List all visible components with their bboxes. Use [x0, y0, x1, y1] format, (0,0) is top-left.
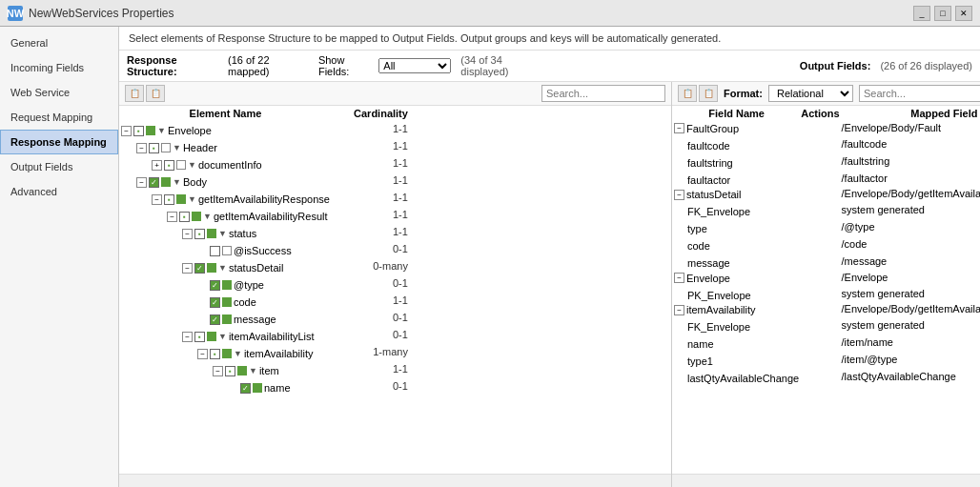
actions-cell	[801, 286, 839, 301]
table-row: name /item/name	[674, 335, 980, 350]
response-copy-icon-1[interactable]: 📋	[125, 85, 144, 102]
expand-icon[interactable]: −	[182, 229, 193, 239]
mapped-field-cell: system generated	[842, 202, 980, 217]
checkbox-code[interactable]	[210, 297, 220, 308]
expand-icon[interactable]: −	[674, 273, 684, 283]
checkbox-docinfo[interactable]: ▪	[164, 160, 174, 171]
expand-icon[interactable]: −	[121, 126, 132, 136]
checkbox-envelope[interactable]: ▪	[133, 126, 144, 136]
checkbox-result[interactable]: ▪	[179, 212, 190, 222]
node-label: ▼ getItemAvailabilityResult	[192, 211, 328, 222]
output-tree-scroll[interactable]: Field Name Actions Mapped Field −	[672, 106, 980, 474]
table-row: name 0-1	[121, 378, 408, 394]
output-header-right: Output Fields: (26 of 26 displayed)	[552, 60, 973, 71]
checkbox-header[interactable]: ▪	[149, 143, 159, 153]
checkbox-message[interactable]	[210, 315, 220, 325]
expand-icon[interactable]: −	[152, 194, 162, 205]
checkbox-item[interactable]: ▪	[225, 366, 235, 376]
checkbox-body[interactable]	[149, 177, 159, 188]
table-row: − ▪ ▼ itemAvailabilityList	[121, 327, 408, 342]
cardinality-cell: 0-many	[332, 258, 408, 274]
checkbox-status[interactable]: ▪	[194, 229, 205, 239]
mapping-header: Response Structure: (16 of 22 mapped) Sh…	[119, 51, 980, 82]
col-actions: Actions	[801, 108, 839, 119]
expand-icon[interactable]: −	[674, 190, 684, 200]
window-controls: _ □ ✕	[913, 6, 972, 21]
response-bottom-scroll[interactable]	[119, 474, 671, 487]
mapped-field-cell: /faultcode	[842, 136, 980, 152]
expand-icon[interactable]: −	[674, 305, 684, 315]
actions-cell	[801, 303, 839, 316]
cardinality-cell: 1-many	[332, 344, 408, 359]
cardinality-cell: 1-1	[332, 224, 408, 239]
output-copy-icon-2[interactable]: 📋	[699, 85, 718, 102]
nav-item-response-mapping[interactable]: Response Mapping	[0, 130, 118, 154]
expand-icon[interactable]: −	[213, 366, 223, 376]
col-field-name: Field Name	[674, 108, 799, 119]
nav-item-request-mapping[interactable]: Request Mapping	[0, 105, 118, 130]
expand-icon[interactable]: −	[197, 349, 208, 359]
output-copy-icon-1[interactable]: 📋	[678, 85, 697, 102]
response-search-input[interactable]	[541, 85, 665, 102]
output-panel-toolbar: 📋 📋 Format: Relational Hierarchical	[672, 82, 980, 106]
response-copy-icon-2[interactable]: 📋	[146, 85, 165, 102]
actions-cell	[801, 271, 839, 284]
expand-icon[interactable]: −	[136, 143, 147, 153]
green-square-icon	[222, 297, 232, 307]
response-panel-toolbar: 📋 📋	[119, 82, 671, 106]
node-label: ▼ documentInfo	[176, 159, 262, 171]
mapped-field-cell: /code	[842, 236, 980, 252]
mapped-field-cell: /@type	[842, 219, 980, 234]
node-label: @type	[222, 279, 264, 291]
checkbox-issuccess[interactable]	[210, 246, 220, 256]
col-mapped-field: Mapped Field	[842, 108, 980, 119]
maximize-button[interactable]: □	[934, 6, 951, 21]
table-row: − itemAvailability /Envelope/Body/getIte…	[674, 303, 980, 316]
expand-icon[interactable]: +	[152, 160, 162, 171]
green-square-icon	[222, 315, 232, 324]
mapped-field-cell: system generated	[842, 286, 980, 301]
checkbox-itemavail[interactable]: ▪	[210, 349, 220, 359]
node-label: ▼ Header	[161, 142, 217, 153]
mapped-field-cell: /faultstring	[842, 153, 980, 169]
minimize-button[interactable]: _	[913, 6, 930, 21]
checkbox-getitem[interactable]: ▪	[164, 194, 174, 205]
close-button[interactable]: ✕	[955, 6, 972, 21]
expand-icon[interactable]: −	[167, 212, 177, 222]
show-fields-select[interactable]: All Mapped Unmapped	[378, 58, 451, 73]
expand-icon[interactable]: −	[182, 332, 193, 342]
table-row: @isSuccess 0-1	[121, 241, 408, 256]
output-search-input[interactable]	[859, 85, 980, 102]
nav-item-general[interactable]: General	[0, 30, 118, 55]
response-search-box	[541, 85, 665, 102]
table-row: − Envelope /Envelope	[674, 271, 980, 284]
checkbox-itemlist[interactable]: ▪	[194, 332, 205, 342]
checkbox-statusdetail[interactable]	[194, 263, 205, 274]
output-bottom-scroll[interactable]	[672, 474, 980, 487]
response-tree-table: Element Name Cardinality −	[119, 106, 410, 396]
nav-item-advanced[interactable]: Advanced	[0, 179, 118, 204]
cardinality-cell: 1-1	[332, 361, 408, 376]
response-tree-scroll[interactable]: Element Name Cardinality −	[119, 106, 671, 474]
checkbox-name[interactable]	[240, 383, 251, 394]
arrow-icon: ▼	[173, 143, 181, 152]
format-label: Format:	[724, 88, 763, 99]
table-row: − ▼ statusDetail 0	[121, 258, 408, 274]
expand-icon[interactable]: −	[182, 263, 193, 274]
expand-icon[interactable]: −	[674, 123, 684, 133]
green-square-icon	[207, 332, 216, 341]
expand-icon[interactable]: −	[136, 177, 147, 188]
green-square-icon	[222, 349, 232, 358]
checkbox-attype[interactable]	[210, 280, 220, 291]
instruction-text: Select elements of Response Structure to…	[129, 32, 721, 44]
node-label: ▼ item	[237, 365, 279, 376]
nav-item-output-fields[interactable]: Output Fields	[0, 154, 118, 179]
actions-cell	[801, 369, 839, 384]
node-label: @isSuccess	[222, 245, 292, 256]
format-select[interactable]: Relational Hierarchical	[768, 85, 853, 102]
green-square-icon	[237, 366, 247, 375]
green-square-icon	[253, 383, 262, 393]
actions-cell	[801, 136, 839, 152]
nav-item-web-service[interactable]: Web Service	[0, 80, 118, 105]
nav-item-incoming-fields[interactable]: Incoming Fields	[0, 55, 118, 80]
